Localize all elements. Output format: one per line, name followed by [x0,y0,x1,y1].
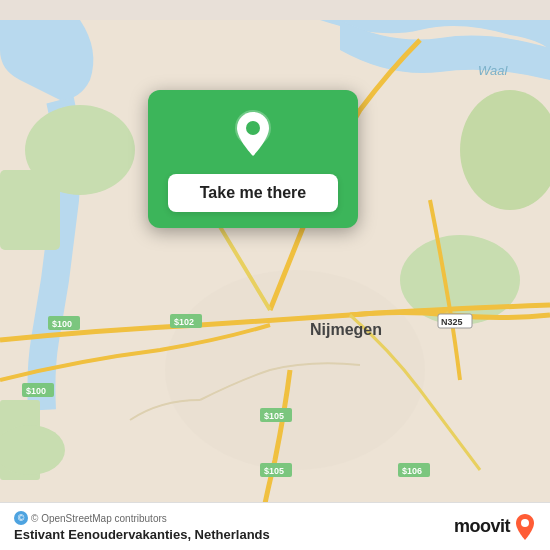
svg-text:$105: $105 [264,411,284,421]
svg-point-27 [246,121,260,135]
moovit-pin-icon [514,514,536,540]
bottom-bar-info: © © OpenStreetMap contributors Estivant … [14,511,270,542]
svg-text:$100: $100 [52,319,72,329]
osm-credit: © © OpenStreetMap contributors [14,511,270,525]
moovit-text: moovit [454,516,510,537]
svg-point-28 [521,519,529,527]
svg-text:Waal: Waal [478,63,508,78]
svg-text:N325: N325 [441,317,463,327]
svg-text:$106: $106 [402,466,422,476]
osm-credit-text: © OpenStreetMap contributors [31,513,167,524]
take-me-there-button[interactable]: Take me there [168,174,338,212]
svg-rect-2 [0,170,60,250]
svg-text:Nijmegen: Nijmegen [310,321,382,338]
svg-text:$102: $102 [174,317,194,327]
svg-text:$105: $105 [264,466,284,476]
popup-card: Take me there [148,90,358,228]
location-name: Estivant Eenoudervakanties, Netherlands [14,527,270,542]
svg-point-7 [165,270,425,470]
moovit-logo: moovit [454,514,536,540]
svg-text:$100: $100 [26,386,46,396]
osm-logo: © [14,511,28,525]
map-container: Waal Nijmegen $100 $100 $100 $102 $105 $… [0,0,550,550]
bottom-bar: © © OpenStreetMap contributors Estivant … [0,502,550,550]
location-pin-icon [227,108,279,160]
